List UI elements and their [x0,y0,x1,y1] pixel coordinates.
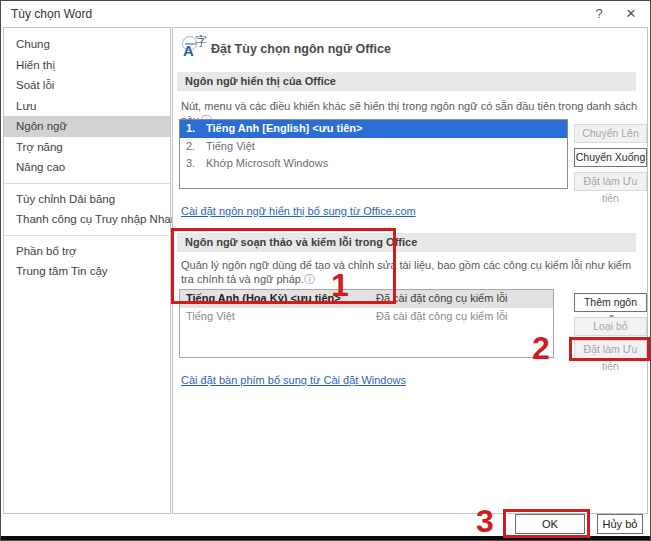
dialog-bottom-edge [1,536,650,540]
set-preferred-display-button[interactable]: Đặt làm Ưu tiên [574,172,647,191]
language-preferences-icon: A 字 [181,35,209,61]
close-icon[interactable]: ✕ [620,5,642,23]
sidebar-item-luu[interactable]: Lưu [4,96,170,117]
authoring-description: Quản lý ngôn ngữ dùng để tạo và chỉnh sử… [181,259,633,286]
sidebar-divider [4,183,170,184]
sidebar-item-tuy-chinh-dai-bang[interactable]: Tùy chỉnh Dải băng [4,189,170,210]
help-icon[interactable]: ? [588,5,610,23]
sidebar-item-phan-bo-tro[interactable]: Phần bổ trợ [4,241,170,262]
table-row[interactable]: Tiếng Việt Đã cài đặt công cụ kiểm lỗi [180,308,553,326]
proofing-language-table[interactable]: Tiếng Anh (Hoa Kỳ) <ưu tiên> Đã cài đặt … [179,289,554,358]
set-preferred-proofing-button[interactable]: Đặt làm Ưu tiên [574,340,647,359]
sidebar-item-nang-cao[interactable]: Nâng cao [4,157,170,178]
sidebar-item-tro-nang[interactable]: Trợ năng [4,137,170,158]
authoring-section-header: Ngôn ngữ soạn thảo và kiểm lỗi trong Off… [177,233,636,252]
remove-language-button[interactable]: Loại bỏ [574,317,647,336]
table-row[interactable]: Tiếng Anh (Hoa Kỳ) <ưu tiên> Đã cài đặt … [180,290,553,308]
sidebar-item-trung-tam-tin-cay[interactable]: Trung tâm Tin cậy [4,261,170,282]
list-item[interactable]: 1.Tiếng Anh [English] <ưu tiên> [180,120,567,138]
sidebar-item-hien-thi[interactable]: Hiển thị [4,55,170,76]
sidebar: Chung Hiển thị Soát lỗi Lưu Ngôn ngữ Trợ… [3,27,171,514]
list-item[interactable]: 3.Khớp Microsoft Windows [180,155,567,173]
sidebar-item-soat-loi[interactable]: Soát lỗi [4,75,170,96]
list-item[interactable]: 2.Tiếng Việt [180,138,567,156]
ok-button[interactable]: OK [515,514,585,534]
sidebar-item-chung[interactable]: Chung [4,34,170,55]
info-icon[interactable]: ⓘ [304,273,315,285]
word-options-dialog: Tùy chọn Word ? ✕ Chung Hiển thị Soát lỗ… [0,0,651,541]
main-panel: A 字 Đặt Tùy chọn ngôn ngữ Office Ngôn ng… [172,27,648,514]
cancel-button[interactable]: Hủy bỏ [597,514,643,534]
sidebar-item-ngon-ngu[interactable]: Ngôn ngữ [4,116,170,137]
install-keyboard-link[interactable]: Cài đặt bàn phím bổ sung từ Cài đặt Wind… [181,374,406,386]
page-title: Đặt Tùy chọn ngôn ngữ Office [211,42,391,56]
move-up-button[interactable]: Chuyển Lên [574,124,647,143]
move-down-button[interactable]: Chuyển Xuống [574,148,647,167]
title-bar: Tùy chọn Word ? ✕ [1,1,650,27]
sidebar-divider [4,235,170,236]
dialog-title: Tùy chọn Word [11,7,92,21]
display-language-section-header: Ngôn ngữ hiển thị của Office [177,72,636,91]
sidebar-item-thanh-cong-cu[interactable]: Thanh công cụ Truy nhập Nhanh [4,209,170,230]
install-display-language-link[interactable]: Cài đặt ngôn ngữ hiển thị bổ sung từ Off… [181,205,416,217]
display-language-listbox[interactable]: 1.Tiếng Anh [English] <ưu tiên> 2.Tiếng … [179,119,568,189]
add-language-button[interactable]: Thêm ngôn ngữ... [574,293,647,312]
